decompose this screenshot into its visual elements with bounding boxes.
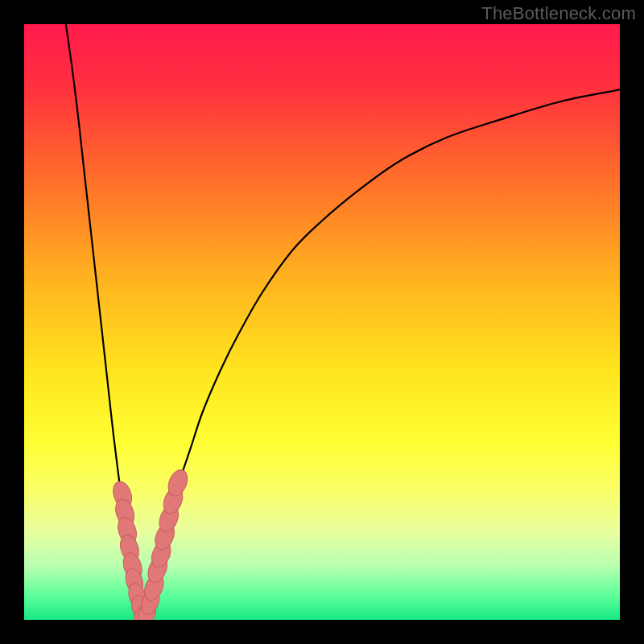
curve-layer — [24, 24, 620, 620]
outer-frame: TheBottleneck.com — [0, 0, 644, 644]
curve-right-branch — [143, 89, 620, 620]
plot-area — [24, 24, 620, 620]
watermark-text: TheBottleneck.com — [481, 3, 636, 24]
